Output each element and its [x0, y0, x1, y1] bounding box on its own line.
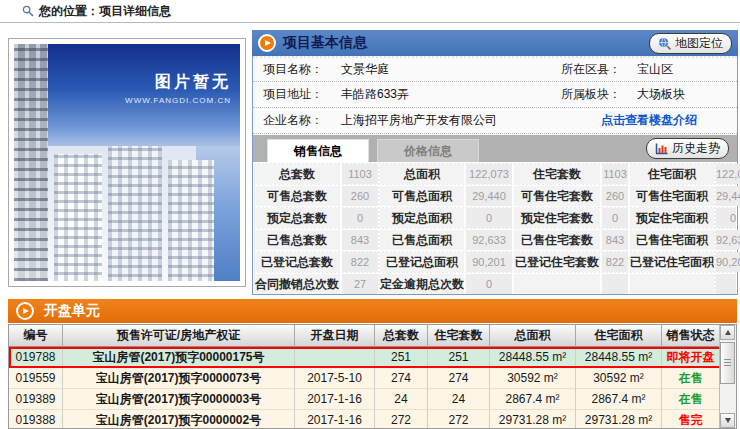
no-image-label: 图片暂无 — [155, 72, 231, 93]
stats-row: 可售总套数 260 可售总面积 29,440 可售住宅套数 260 可售住宅面积… — [254, 186, 736, 206]
field-value-block: 大场板块 — [637, 86, 737, 103]
unit-date: 2017-1-16 — [295, 389, 375, 410]
units-table-header: 编号 预售许可证/房地产权证 开盘日期 总套数 住宅套数 总面积 住宅面积 销售… — [9, 325, 736, 347]
unit-res-area: 29731.28 m² — [576, 410, 662, 429]
tab-price-info[interactable]: 价格信息 — [377, 139, 479, 162]
map-locate-button[interactable]: 地图定位 — [649, 33, 732, 54]
stat-value: 0 — [602, 208, 628, 228]
scroll-up-button[interactable] — [720, 325, 735, 340]
stat-label: 已售住宅套数 — [514, 230, 600, 250]
history-trend-button[interactable]: 历史走势 — [646, 138, 729, 159]
stats-row: 已登记总套数 822 已登记总面积 90,201 已登记住宅套数 822 已登记… — [254, 252, 736, 272]
unit-res-area: 28448.55 m² — [576, 347, 662, 368]
unit-date — [295, 347, 375, 368]
table-row[interactable]: 019559 宝山房管(2017)预字0000073号 2017-5-10 27… — [9, 368, 736, 389]
table-row[interactable]: 019389 宝山房管(2017)预字0000003号 2017-1-16 24… — [9, 389, 736, 410]
units-panel-title: 开盘单元 — [44, 302, 100, 320]
panel-title: 项目基本信息 — [283, 34, 367, 52]
unit-date: 2017-5-10 — [295, 368, 375, 389]
stats-row: 已售总套数 843 已售总面积 92,633 已售住宅套数 843 已售住宅面积… — [254, 230, 736, 250]
photo-sky: 图片暂无 WWW.FANGDI.COM.CN — [48, 44, 240, 146]
stat-value: 27 — [342, 274, 378, 294]
col-header-license: 预售许可证/房地产权证 — [63, 325, 295, 347]
field-label: 项目名称： — [253, 61, 341, 78]
status-badge: 在售 — [662, 368, 720, 389]
stat-value: 843 — [602, 230, 628, 250]
stat-label: 可售住宅面积 — [630, 186, 714, 206]
field-row: 企业名称： 上海招平房地产开发有限公司 点击查看楼盘介绍 — [253, 108, 737, 134]
field-value-address: 丰皓路633弄 — [341, 86, 561, 103]
photo-building — [168, 160, 214, 281]
photo-building-strip — [14, 44, 48, 281]
unit-residential: 24 — [428, 389, 490, 410]
status-badge: 即将开盘 — [662, 347, 720, 368]
unit-res-area: 2867.4 m² — [576, 389, 662, 410]
stat-label: 总套数 — [254, 164, 340, 184]
stat-label — [630, 274, 714, 294]
field-label: 项目地址： — [253, 86, 341, 103]
play-icon — [258, 34, 276, 52]
field-row: 项目名称： 文景华庭 所在区县： 宝山区 — [253, 56, 737, 82]
unit-date: 2017-1-16 — [295, 410, 375, 429]
unit-area: 2867.4 m² — [490, 389, 576, 410]
stat-label: 已售住宅面积 — [630, 230, 714, 250]
stat-value: 1103 — [602, 164, 628, 184]
status-badge: 售完 — [662, 410, 720, 429]
scrollbar-thumb[interactable] — [720, 342, 735, 384]
stat-value: 29,440 — [466, 186, 512, 206]
unit-license: 宝山房管(2017)预字0000073号 — [63, 368, 295, 389]
project-panel-header: 项目基本信息 地图定位 — [252, 30, 738, 56]
stat-label: 可售住宅套数 — [514, 186, 600, 206]
stat-value: 90,201 — [716, 252, 740, 272]
stat-label: 合同撤销总次数 — [254, 274, 340, 294]
stat-value: 29,440 — [716, 186, 740, 206]
stat-label: 预定住宅套数 — [514, 208, 600, 228]
stat-value: 0 — [466, 208, 512, 228]
stat-label: 预定总套数 — [254, 208, 340, 228]
col-header-area: 总面积 — [490, 325, 576, 347]
stats-row: 合同撤销总次数 27 定金逾期总次数 0 — [254, 274, 736, 294]
stat-value: 1103 — [342, 164, 378, 184]
unit-id: 019388 — [9, 410, 63, 429]
stat-label — [514, 274, 600, 294]
breadcrumb-label: 您的位置：项目详细信息 — [39, 3, 171, 20]
col-header-id: 编号 — [9, 325, 63, 347]
field-label: 所在区县： — [561, 61, 637, 78]
field-label: 企业名称： — [253, 112, 341, 129]
table-row[interactable]: 019388 宝山房管(2017)预字0000002号 2017-1-16 27… — [9, 410, 736, 429]
unit-residential: 251 — [428, 347, 490, 368]
stat-value: 92,633 — [466, 230, 512, 250]
scroll-down-button[interactable] — [720, 413, 735, 428]
arrow-down-icon — [725, 418, 731, 423]
project-info-panel: 项目基本信息 地图定位 项目名称： 文景华庭 所在区县： 宝山区 项目地址： — [252, 30, 738, 295]
photo-building — [54, 154, 102, 281]
stat-value: 90,201 — [466, 252, 512, 272]
unit-total: 272 — [375, 410, 428, 429]
unit-area: 30592 m² — [490, 368, 576, 389]
unit-id: 019389 — [9, 389, 63, 410]
stat-label: 住宅面积 — [630, 164, 714, 184]
tab-sales-info[interactable]: 销售信息 — [267, 139, 369, 162]
field-value-company: 上海招平房地产开发有限公司 — [341, 112, 561, 129]
field-label: 所属板块： — [561, 86, 637, 103]
arrow-up-icon — [725, 330, 731, 335]
photo-watermark: WWW.FANGDI.COM.CN — [125, 96, 231, 105]
view-intro-link[interactable]: 点击查看楼盘介绍 — [601, 113, 697, 127]
photo-building — [108, 146, 162, 281]
stat-value: 122,073 — [466, 164, 512, 184]
stat-value: 822 — [602, 252, 628, 272]
magnifier-icon — [22, 5, 34, 17]
stat-label: 已售总面积 — [380, 230, 464, 250]
unit-area: 28448.55 m² — [490, 347, 576, 368]
stat-label: 已登记住宅面积 — [630, 252, 714, 272]
field-value-district: 宝山区 — [637, 61, 737, 78]
stat-value — [602, 274, 628, 294]
stat-label: 已登记住宅套数 — [514, 252, 600, 272]
stat-label: 定金逾期总次数 — [380, 274, 464, 294]
project-photo: 图片暂无 WWW.FANGDI.COM.CN — [8, 38, 246, 287]
table-scrollbar[interactable] — [719, 325, 736, 428]
col-header-res-area: 住宅面积 — [576, 325, 662, 347]
tab-bar: 销售信息 价格信息 历史走势 — [253, 135, 737, 162]
table-row[interactable]: 019788 宝山房管(2017)预字00000175号 251 251 284… — [9, 347, 736, 368]
stat-value: 843 — [342, 230, 378, 250]
